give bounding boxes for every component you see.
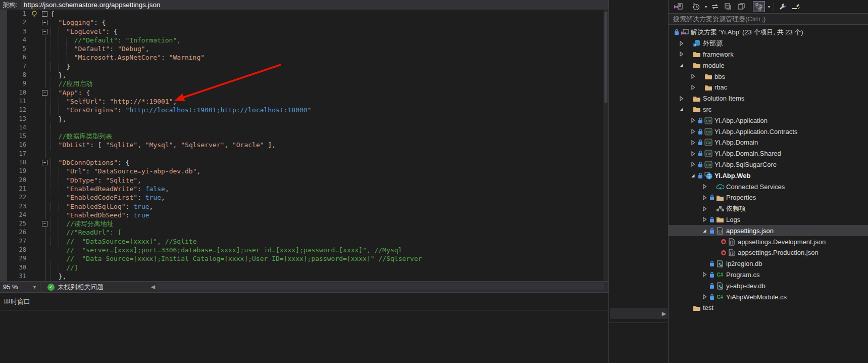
code-line-27[interactable]: 27// "DataSource=[xxxx]", //Sqlite <box>0 237 608 246</box>
expander-collapsed-icon[interactable] <box>689 161 697 168</box>
scroll-left-icon[interactable]: ◀ <box>149 284 157 290</box>
outlining-margin[interactable]: − <box>40 219 50 228</box>
breakpoint-margin[interactable] <box>0 79 7 88</box>
breakpoint-margin[interactable] <box>0 88 7 97</box>
tree-item-yi-abp-application-contracts[interactable]: C#Yi.Abp.Application.Contracts <box>669 126 868 137</box>
outlining-margin[interactable] <box>40 106 50 114</box>
collapse-region-icon[interactable]: − <box>42 20 47 25</box>
outlining-margin[interactable]: − <box>40 158 50 167</box>
code-line-16[interactable]: 16"DbList": [ "Sqlite", "Mysql", "Sqlser… <box>0 141 608 149</box>
tree-item-bbs[interactable]: bbs <box>669 71 868 82</box>
mini-horizontal-scrollbar[interactable]: ▶ <box>610 308 668 319</box>
breakpoint-margin[interactable] <box>0 263 7 272</box>
outlining-margin[interactable]: − <box>40 88 50 97</box>
outlining-margin[interactable] <box>40 150 50 158</box>
expander-collapsed-icon[interactable] <box>700 216 708 223</box>
properties-wrench-icon[interactable] <box>777 2 788 12</box>
tree-item-appsettings-json[interactable]: {}appsettings.json <box>669 225 868 236</box>
outlining-margin[interactable] <box>40 272 50 281</box>
code-line-22[interactable]: 22"EnabledCodeFirst": true, <box>0 193 608 202</box>
expander-collapsed-icon[interactable] <box>677 95 685 102</box>
outlining-margin[interactable] <box>40 176 50 185</box>
tree-item-yi-abp-web[interactable]: Yi.Abp.Web <box>669 170 868 181</box>
breakpoint-margin[interactable] <box>0 219 7 228</box>
outlining-margin[interactable] <box>40 36 50 44</box>
outlining-margin[interactable] <box>40 71 50 79</box>
code-line-11[interactable]: 11"SelfUrl": "http://*:19001", <box>0 97 608 106</box>
code-line-12[interactable]: 12"CorsOrigins": "http://localhost:19001… <box>0 106 608 114</box>
code-editor[interactable]: 1−{2−"Logging": {3−"LogLevel": {4//"Defa… <box>0 10 608 281</box>
outlining-margin[interactable] <box>40 53 50 62</box>
outlining-margin[interactable] <box>40 254 50 263</box>
pending-changes-filter-icon[interactable] <box>690 2 701 12</box>
tree-item-properties[interactable]: Properties <box>669 192 868 203</box>
outlining-margin[interactable] <box>40 167 50 175</box>
expander-collapsed-icon[interactable] <box>700 183 708 190</box>
code-line-4[interactable]: 4//"Default": "Information", <box>0 36 608 44</box>
code-line-25[interactable]: 25−//读写分离地址 <box>0 219 608 228</box>
zoom-level-dropdown[interactable]: 95 % ▼ <box>0 282 40 293</box>
solution-explorer-search-input[interactable]: 搜索解决方案资源管理器(Ctrl+;) <box>669 13 868 25</box>
code-line-2[interactable]: 2−"Logging": { <box>0 18 608 27</box>
expander-collapsed-icon[interactable] <box>700 271 708 278</box>
tree-item-yi-abp-domain[interactable]: C#Yi.Abp.Domain <box>669 137 868 148</box>
expander-open-icon[interactable] <box>700 227 708 234</box>
show-all-files-icon[interactable] <box>753 2 764 12</box>
tree-item-yi-abp-domain-shared[interactable]: C#Yi.Abp.Domain.Shared <box>669 148 868 159</box>
tree-item-module[interactable]: module <box>669 60 868 71</box>
collapse-region-icon[interactable]: − <box>42 160 47 165</box>
expander-collapsed-icon[interactable] <box>700 194 708 201</box>
switch-views-icon[interactable] <box>673 2 684 12</box>
tree-item-依赖项[interactable]: 依赖项 <box>669 203 868 214</box>
outlining-margin[interactable] <box>40 97 50 106</box>
breakpoint-margin[interactable] <box>0 272 7 281</box>
outlining-margin[interactable] <box>40 115 50 123</box>
breakpoint-margin[interactable] <box>0 246 7 254</box>
tree-item-framework[interactable]: framework <box>669 49 868 60</box>
code-line-13[interactable]: 13}, <box>0 115 608 123</box>
expander-collapsed-icon[interactable] <box>689 128 697 135</box>
outlining-margin[interactable] <box>40 228 50 237</box>
code-line-14[interactable]: 14 <box>0 123 608 132</box>
breakpoint-margin[interactable] <box>0 211 7 219</box>
expander-collapsed-icon[interactable] <box>689 84 697 91</box>
outlining-margin[interactable]: − <box>40 18 50 27</box>
breakpoint-margin[interactable] <box>0 167 7 175</box>
code-line-20[interactable]: 20"DbType": "Sqlite", <box>0 176 608 185</box>
outlining-margin[interactable] <box>40 79 50 88</box>
code-line-18[interactable]: 18−"DbConnOptions": { <box>0 158 608 167</box>
breakpoint-margin[interactable] <box>0 202 7 211</box>
breakpoint-margin[interactable] <box>0 132 7 141</box>
tree-item-yiabpwebmodule-cs[interactable]: C#YiAbpWebModule.cs <box>669 291 868 302</box>
code-line-3[interactable]: 3−"LogLevel": { <box>0 27 608 36</box>
breakpoint-margin[interactable] <box>0 97 7 106</box>
expander-collapsed-icon[interactable] <box>689 150 697 157</box>
breakpoint-margin[interactable] <box>0 158 7 167</box>
schema-url-combobox[interactable]: https://json.schemastore.org/appsettings… <box>21 0 608 10</box>
breakpoint-margin[interactable] <box>0 53 7 62</box>
expander-open-icon[interactable] <box>677 106 685 113</box>
code-line-17[interactable]: 17 <box>0 150 608 158</box>
scrollbar-track[interactable] <box>157 283 604 290</box>
code-line-15[interactable]: 15//数据库类型列表 <box>0 132 608 141</box>
tree-item-rbac[interactable]: rbac <box>669 82 868 93</box>
tree-item-yi-abp-application[interactable]: C#Yi.Abp.Application <box>669 115 868 126</box>
collapse-all-icon[interactable] <box>723 2 734 12</box>
breakpoint-margin[interactable] <box>0 71 7 79</box>
outlining-margin[interactable]: − <box>40 27 50 36</box>
code-line-19[interactable]: 19"Url": "DataSource=yi-abp-dev.db", <box>0 167 608 175</box>
collapse-region-icon[interactable]: − <box>42 90 47 96</box>
tree-item-解决方案-yi-abp-23-个项目-共-23-个[interactable]: 解决方案 'Yi.Abp' (23 个项目, 共 23 个) <box>669 27 868 38</box>
tree-item-yi-abp-dev-db[interactable]: yi-abp-dev.db <box>669 280 868 291</box>
tree-item-src[interactable]: src <box>669 104 868 115</box>
breakpoint-margin[interactable] <box>0 150 7 158</box>
breakpoint-margin[interactable] <box>0 10 7 18</box>
outlining-margin[interactable] <box>40 202 50 211</box>
tree-item-connected-services[interactable]: Connected Services <box>669 181 868 192</box>
collapse-region-icon[interactable]: − <box>42 221 47 226</box>
breakpoint-margin[interactable] <box>0 237 7 246</box>
expander-collapsed-icon[interactable] <box>700 205 708 212</box>
tree-item-logs[interactable]: Logs <box>669 214 868 225</box>
breakpoint-margin[interactable] <box>0 176 7 185</box>
code-line-21[interactable]: 21"EnabledReadWrite": false, <box>0 185 608 193</box>
